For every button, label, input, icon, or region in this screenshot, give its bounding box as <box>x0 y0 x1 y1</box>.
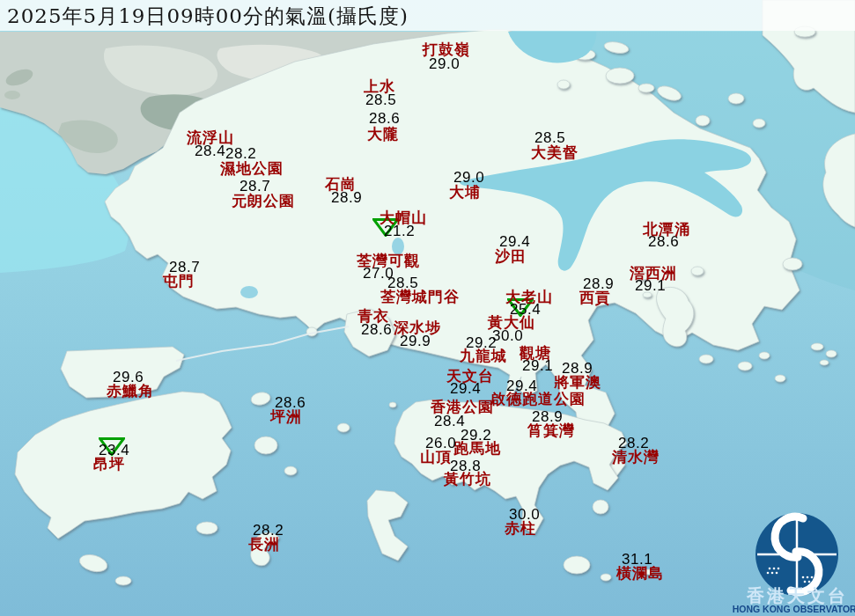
station-name-label: 天文台 <box>446 366 494 386</box>
station-name-label: 九龍城 <box>460 346 507 366</box>
station-name-label: 黃大仙 <box>488 312 535 333</box>
station-name-label: 打鼓嶺 <box>423 40 470 60</box>
station-name-label: 北潭涌 <box>643 219 690 239</box>
station-name-label: 荃灣可觀 <box>357 251 420 271</box>
station-name-label: 清水灣 <box>612 447 660 467</box>
station-name-label: 屯門 <box>163 271 195 291</box>
station-name-label: 啟德跑道公園 <box>490 389 586 409</box>
station-name-label: 深水埗 <box>394 318 441 338</box>
station-name-label: 觀塘 <box>520 343 551 363</box>
station-name-label: 元朗公園 <box>232 191 295 211</box>
station-name-label: 赤鱲角 <box>107 381 154 401</box>
station-name-label: 赤柱 <box>505 518 536 539</box>
station-name-label: 西貢 <box>579 288 611 308</box>
station-name-label: 沙田 <box>495 246 527 267</box>
station-name-label: 荃灣城門谷 <box>380 287 460 307</box>
station-name-label: 山頂 <box>420 447 452 467</box>
hong-kong-map <box>0 0 855 616</box>
observatory-name-english: HONG KONG OBSERVATORY <box>720 604 855 614</box>
station-name-label: 青衣 <box>357 306 389 326</box>
station-name-label: 黃竹坑 <box>444 469 491 489</box>
station-name-label: 筲箕灣 <box>527 421 575 441</box>
station-name-label: 橫瀾島 <box>616 563 664 583</box>
station-name-label: 石崗 <box>325 174 357 194</box>
station-name-label: 大美督 <box>531 143 579 163</box>
station-name-label: 跑馬地 <box>453 438 501 458</box>
station-name-label: 坪洲 <box>270 407 302 427</box>
station-name-label: 昂坪 <box>93 454 125 474</box>
station-name-label: 大帽山 <box>380 208 427 228</box>
station-name-label: 長洲 <box>248 534 280 554</box>
station-name-label: 大埔 <box>449 182 481 202</box>
station-name-label: 大隴 <box>367 124 399 144</box>
map-title: 2025年5月19日09時00分的氣溫(攝氏度) <box>7 3 409 30</box>
station-name-label: 上水 <box>364 77 395 97</box>
station-name-label: 香港公園 <box>431 397 494 417</box>
temperature-map-screen: 2025年5月19日09時00分的氣溫(攝氏度) 29.0 打鼓嶺 28.5 上… <box>0 0 855 616</box>
station-name-label: 大老山 <box>505 287 553 307</box>
station-name-label: 濕地公園 <box>220 158 284 179</box>
station-name-label: 滘西洲 <box>630 263 677 283</box>
observatory-logo-icon <box>755 513 838 596</box>
